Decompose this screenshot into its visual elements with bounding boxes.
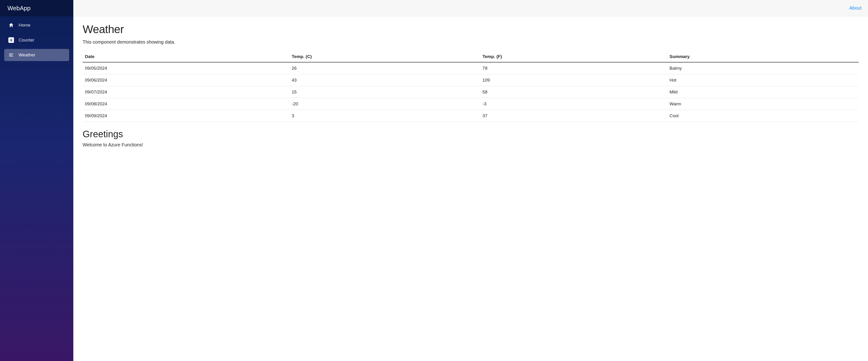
weather-table: Date Temp. (C) Temp. (F) Summary 09/05/2… bbox=[83, 51, 859, 122]
cell-tempc: 15 bbox=[289, 86, 480, 98]
table-row: 09/08/2024 -20 -3 Warm bbox=[83, 98, 859, 110]
topbar: About bbox=[73, 0, 868, 16]
col-header-tempc: Temp. (C) bbox=[289, 51, 480, 62]
cell-tempf: 109 bbox=[480, 74, 667, 86]
sidebar-item-home[interactable]: Home bbox=[4, 19, 69, 31]
cell-summary: Hot bbox=[667, 74, 859, 86]
list-icon bbox=[8, 52, 14, 58]
page-subtitle: This component demonstrates showing data… bbox=[83, 39, 859, 45]
sidebar-item-counter[interactable]: Counter bbox=[4, 34, 69, 46]
cell-tempc: 43 bbox=[289, 74, 480, 86]
cell-date: 09/09/2024 bbox=[83, 110, 289, 122]
app-brand[interactable]: WebApp bbox=[0, 0, 73, 16]
sidebar: WebApp Home Counter Weather bbox=[0, 0, 73, 361]
cell-date: 09/05/2024 bbox=[83, 62, 289, 74]
col-header-date: Date bbox=[83, 51, 289, 62]
cell-tempc: 26 bbox=[289, 62, 480, 74]
table-row: 09/09/2024 3 37 Cool bbox=[83, 110, 859, 122]
cell-date: 09/06/2024 bbox=[83, 74, 289, 86]
col-header-summary: Summary bbox=[667, 51, 859, 62]
table-row: 09/07/2024 15 58 Mild bbox=[83, 86, 859, 98]
cell-tempf: 78 bbox=[480, 62, 667, 74]
sidebar-nav: Home Counter Weather bbox=[0, 16, 73, 61]
cell-tempf: -3 bbox=[480, 98, 667, 110]
col-header-tempf: Temp. (F) bbox=[480, 51, 667, 62]
greetings-title: Greetings bbox=[83, 129, 859, 139]
cell-summary: Cool bbox=[667, 110, 859, 122]
cell-summary: Balmy bbox=[667, 62, 859, 74]
sidebar-item-label: Weather bbox=[19, 52, 35, 58]
table-row: 09/06/2024 43 109 Hot bbox=[83, 74, 859, 86]
greetings-text: Welcome to Azure Functions! bbox=[83, 142, 859, 147]
sidebar-item-label: Counter bbox=[19, 37, 34, 43]
sidebar-item-label: Home bbox=[19, 23, 30, 28]
page-title: Weather bbox=[83, 23, 859, 36]
table-row: 09/05/2024 26 78 Balmy bbox=[83, 62, 859, 74]
main: About Weather This component demonstrate… bbox=[73, 0, 868, 361]
content: Weather This component demonstrates show… bbox=[73, 16, 868, 154]
cell-tempf: 37 bbox=[480, 110, 667, 122]
about-link[interactable]: About bbox=[849, 5, 862, 11]
cell-tempc: 3 bbox=[289, 110, 480, 122]
cell-tempc: -20 bbox=[289, 98, 480, 110]
cell-summary: Warm bbox=[667, 98, 859, 110]
cell-date: 09/08/2024 bbox=[83, 98, 289, 110]
cell-tempf: 58 bbox=[480, 86, 667, 98]
cell-summary: Mild bbox=[667, 86, 859, 98]
home-icon bbox=[8, 22, 14, 28]
plus-icon bbox=[8, 37, 14, 43]
sidebar-item-weather[interactable]: Weather bbox=[4, 49, 69, 61]
cell-date: 09/07/2024 bbox=[83, 86, 289, 98]
